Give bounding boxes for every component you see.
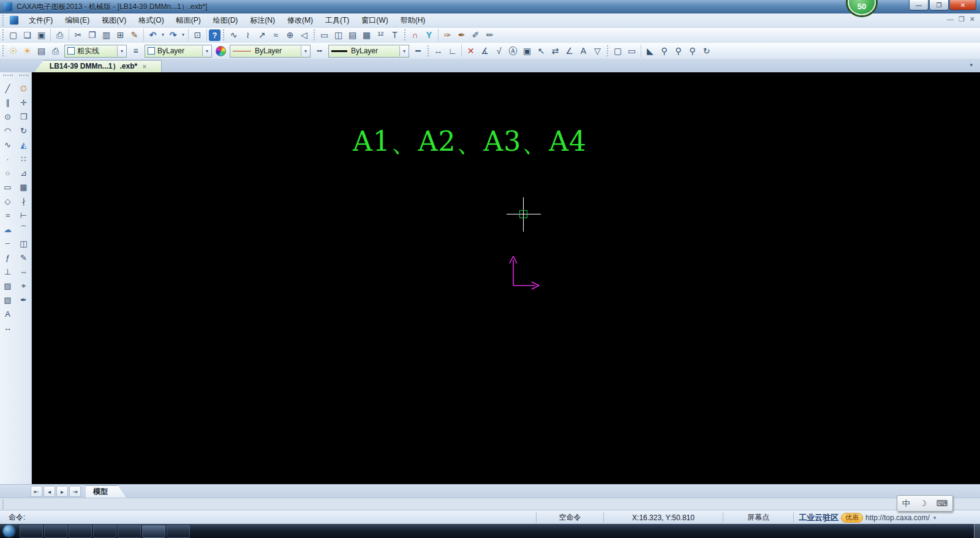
ime-fullwidth-icon[interactable]: ☽ (919, 499, 927, 508)
formula-curve-icon[interactable]: ƒ (1, 251, 15, 265)
array-icon[interactable]: ∷ (17, 152, 31, 166)
menu-file[interactable]: 文件(F) (23, 13, 59, 28)
sun-icon[interactable]: ☀ (20, 44, 34, 58)
menu-modify[interactable]: 修改(M) (281, 13, 319, 28)
taskbar-app-button[interactable] (167, 525, 190, 538)
menu-view[interactable]: 视图(V) (96, 13, 132, 28)
cut-icon[interactable]: ✂ (71, 28, 85, 42)
lineweight-combo[interactable]: ByLayer ▾ (328, 45, 409, 58)
menu-tools[interactable]: 工具(T) (319, 13, 355, 28)
extend-icon[interactable]: ⊢ (17, 208, 31, 222)
sheet-next-button[interactable]: ▸ (56, 486, 68, 497)
color-combo[interactable]: ByLayer ▾ (145, 45, 212, 58)
swap-dimension-icon[interactable]: ⇄ (548, 44, 562, 58)
start-button[interactable] (3, 525, 15, 537)
surface-finish-icon[interactable]: ▽ (590, 44, 605, 58)
promo-badge[interactable]: 优惠 (841, 513, 863, 523)
drawing-canvas[interactable]: A1、A2、A3、A4 (32, 72, 980, 484)
dimension-tool-icon[interactable]: ↔ (1, 321, 15, 335)
edit-dimension-icon[interactable]: ✎ (17, 251, 31, 265)
sheet-first-button[interactable]: ⇤ (31, 486, 42, 497)
open-icon[interactable]: ❏ (20, 28, 34, 42)
bulb-icon[interactable]: ☉ (6, 44, 20, 58)
sheet-last-button[interactable]: ⇥ (69, 486, 81, 497)
check-dimension-icon[interactable]: √ (492, 44, 506, 58)
point-icon[interactable]: · (1, 152, 15, 166)
tolerance-icon[interactable]: ▣ (520, 44, 534, 58)
text-tool-icon[interactable]: A (1, 307, 15, 321)
radius-dimension-icon[interactable]: ∡ (478, 44, 492, 58)
undo-icon[interactable]: ↶ (146, 28, 160, 42)
save-icon[interactable]: ▣ (34, 28, 48, 42)
help-icon[interactable]: ? (209, 29, 221, 41)
toolbar-grip[interactable] (428, 45, 429, 56)
chevron-down-icon[interactable]: ▾ (933, 515, 937, 521)
ellipse-icon[interactable]: ○ (1, 166, 15, 180)
minimize-button[interactable]: — (909, 0, 929, 10)
toolbar-grip[interactable] (2, 500, 4, 509)
format-brush-icon[interactable]: ✎ (127, 28, 141, 42)
datum-icon[interactable]: Ⓐ (506, 44, 520, 58)
print-icon[interactable]: ⎙ (53, 28, 67, 42)
restore-button[interactable]: ❐ (929, 0, 949, 10)
construction-line-icon[interactable]: ┄ (1, 237, 15, 251)
point-capture-mode[interactable]: 屏幕点 (723, 512, 793, 523)
new-icon[interactable]: ▢ (6, 28, 20, 42)
toolbar-grip[interactable] (607, 45, 608, 56)
cone-icon[interactable]: ◁ (297, 28, 311, 42)
menu-dimension[interactable]: 标注(N) (244, 13, 281, 28)
chevron-down-icon[interactable]: ▾ (399, 46, 409, 56)
angle-dimension-icon[interactable]: ∠ (562, 44, 576, 58)
mdi-restore-button[interactable]: ❐ (959, 15, 965, 23)
redo-icon[interactable]: ↷ (166, 28, 180, 42)
spline-icon[interactable]: ∿ (1, 138, 15, 152)
menu-format[interactable]: 格式(O) (132, 13, 170, 28)
stretch-icon[interactable]: ⇔ (17, 265, 31, 279)
document-tab[interactable]: LB14-39 DMMn...1）.exb* × (34, 60, 162, 72)
wave-line-icon[interactable]: ∿ (227, 28, 241, 42)
toolbar-grip[interactable] (223, 29, 224, 40)
tab-close-icon[interactable]: × (142, 63, 146, 71)
serial-number-icon[interactable]: ¹² (374, 28, 388, 42)
profile-icon[interactable]: ▧ (1, 293, 15, 307)
taskbar-app-button[interactable] (44, 525, 67, 538)
ime-keyboard-icon[interactable]: ⌨ (936, 499, 948, 508)
crop-icon[interactable]: ▦ (17, 180, 31, 194)
title-block-icon[interactable]: ▤ (345, 28, 360, 42)
rectangle-icon[interactable]: ▭ (1, 180, 15, 194)
note-edit-icon[interactable]: ✏ (483, 28, 497, 42)
curve-cut-dim-icon[interactable]: ✕ (464, 44, 478, 58)
wavy-line-icon[interactable]: ≈ (1, 208, 15, 222)
hatch-icon[interactable]: ▨ (1, 279, 15, 293)
menu-window[interactable]: 窗口(W) (355, 13, 394, 28)
revision-cloud-icon[interactable]: ☁ (1, 222, 15, 237)
local-zoom-icon[interactable]: ⊕ (283, 28, 297, 42)
linetype-tool-icon[interactable]: ╍ (312, 44, 326, 58)
redo-dropdown-icon[interactable]: ▾ (180, 28, 186, 42)
toolbar-grip[interactable] (2, 45, 4, 56)
parallel-line-icon[interactable]: ∥ (1, 96, 15, 110)
style-manager-icon[interactable]: ✒ (17, 293, 31, 307)
model-tab[interactable]: 模型 (86, 485, 126, 498)
display-window-icon[interactable]: ▢ (611, 44, 625, 58)
coordinate-dimension-icon[interactable]: ∟ (445, 44, 459, 58)
arc-icon[interactable]: ◠ (1, 124, 15, 138)
parameter-table-icon[interactable]: ▦ (360, 28, 374, 42)
rotate-icon[interactable]: ↻ (17, 124, 31, 138)
toolbar-grip[interactable] (2, 29, 4, 40)
brush-edit-icon[interactable]: ✑ (440, 28, 454, 42)
pick-edit-icon[interactable]: ⌖ (17, 279, 31, 293)
industrial-cloud-link[interactable]: 工业云驻区 优惠 http://top.caxa.com/ ▾ (793, 512, 980, 523)
wipe-icon[interactable]: ◣ (643, 44, 657, 58)
menu-help[interactable]: 帮助(H) (394, 13, 432, 28)
move-icon[interactable]: ✛ (17, 96, 31, 110)
mdi-minimize-button[interactable]: — (947, 15, 954, 23)
zoom-previous-icon[interactable]: ↻ (699, 44, 714, 58)
toolbar-grip[interactable] (404, 29, 405, 40)
magnet-icon[interactable]: ∩ (408, 28, 422, 42)
leader-icon[interactable]: ↖ (534, 44, 548, 58)
erase-icon[interactable]: ∅ (17, 81, 31, 96)
color-wheel-icon[interactable] (214, 44, 228, 58)
zoom-window-icon[interactable]: ⚲ (671, 44, 685, 58)
undo-dropdown-icon[interactable]: ▾ (160, 28, 166, 42)
